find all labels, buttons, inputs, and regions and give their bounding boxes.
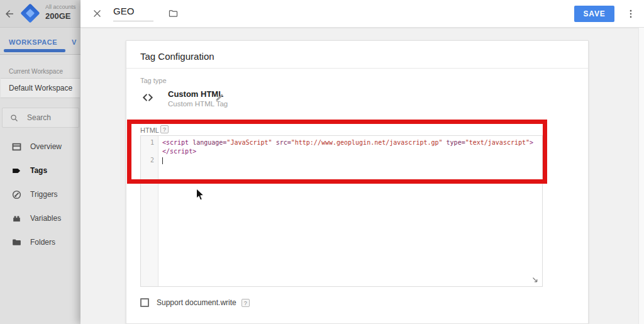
workspace-name: Default Workspace bbox=[9, 84, 72, 92]
sidebar-item-label: Variables bbox=[30, 214, 61, 223]
search-placeholder: Search bbox=[27, 113, 51, 122]
code-token: > bbox=[530, 139, 533, 146]
code-token: "http://www.geoplugin.net/javascript.gp" bbox=[291, 139, 447, 146]
code-line-1: <script language="JavaScript" src="http:… bbox=[162, 138, 542, 147]
background-sidebar: All accounts 200GE WORKSPACE V Current W… bbox=[0, 0, 80, 324]
current-workspace-label: Current Workspace bbox=[9, 68, 63, 75]
tag-type-label: Tag type bbox=[140, 77, 167, 84]
more-options-icon[interactable] bbox=[625, 8, 636, 20]
edit-pencil-icon[interactable] bbox=[214, 92, 225, 103]
gtm-tag-editor-screen: All accounts 200GE WORKSPACE V Current W… bbox=[0, 0, 644, 324]
support-help-icon[interactable]: ? bbox=[242, 299, 250, 307]
sidebar-item-label: Folders bbox=[30, 238, 55, 247]
resize-handle-icon[interactable] bbox=[531, 276, 540, 284]
overview-icon bbox=[11, 142, 22, 152]
gtm-logo-icon bbox=[20, 3, 40, 23]
line-number bbox=[141, 147, 158, 156]
sidebar-item-label: Tags bbox=[30, 166, 47, 175]
code-token: "text/javascript" bbox=[465, 139, 530, 146]
code-token: </script> bbox=[162, 148, 196, 155]
editor-topbar: GEO SAVE bbox=[80, 0, 644, 28]
active-tab-indicator bbox=[4, 49, 65, 52]
support-document-write-checkbox[interactable] bbox=[140, 298, 149, 307]
html-code-editor[interactable]: 1 2 <script language="JavaScript" src="h… bbox=[140, 135, 543, 287]
tag-name-input[interactable]: GEO bbox=[113, 6, 153, 21]
variables-icon bbox=[11, 213, 22, 224]
code-area[interactable]: <script language="JavaScript" src="http:… bbox=[158, 136, 542, 286]
code-token: "JavaScript" bbox=[226, 139, 275, 146]
tab-workspace[interactable]: WORKSPACE bbox=[9, 38, 57, 46]
line-number-gutter: 1 2 bbox=[141, 136, 158, 286]
save-button[interactable]: SAVE bbox=[574, 6, 614, 22]
trigger-icon bbox=[11, 189, 22, 200]
back-arrow-icon[interactable] bbox=[4, 8, 15, 20]
code-line-2 bbox=[162, 156, 542, 165]
move-to-folder-icon[interactable] bbox=[167, 8, 179, 19]
card-title: Tag Configuration bbox=[140, 51, 214, 62]
tag-editor-panel: GEO SAVE Tag Configuration Tag type Cust… bbox=[80, 0, 644, 324]
code-line-1-wrap: </script> bbox=[162, 147, 542, 156]
support-document-write-row: Support document.write ? bbox=[140, 298, 250, 308]
workspace-tabs: WORKSPACE V bbox=[0, 28, 80, 55]
code-token: language= bbox=[192, 139, 226, 146]
html-field-label: HTML bbox=[140, 126, 159, 134]
line-number: 2 bbox=[141, 156, 158, 165]
line-number: 1 bbox=[141, 138, 158, 147]
sidebar-item-label: Triggers bbox=[30, 190, 58, 199]
account-label: All accounts bbox=[45, 4, 80, 10]
workspace-selector[interactable]: Default Workspace bbox=[1, 78, 80, 98]
text-caret bbox=[162, 157, 163, 164]
sidebar-item-overview[interactable]: Overview bbox=[0, 137, 80, 156]
divider bbox=[126, 68, 588, 69]
scrollbar-track[interactable] bbox=[638, 28, 644, 324]
sidebar-item-variables[interactable]: Variables bbox=[0, 209, 80, 228]
close-icon[interactable] bbox=[92, 8, 103, 19]
code-token: type= bbox=[447, 139, 465, 146]
code-token: src= bbox=[276, 139, 291, 146]
code-token: <script bbox=[162, 139, 192, 146]
tag-icon bbox=[11, 165, 22, 176]
sidebar-item-triggers[interactable]: Triggers bbox=[0, 185, 80, 204]
folder-icon bbox=[11, 237, 22, 248]
app-header: All accounts 200GE bbox=[0, 0, 80, 28]
container-name: 200GE bbox=[45, 11, 80, 21]
account-switcher[interactable]: All accounts 200GE bbox=[45, 4, 80, 21]
sidebar-item-tags[interactable]: Tags bbox=[0, 161, 80, 180]
sidebar-item-label: Overview bbox=[30, 142, 62, 151]
html-help-icon[interactable]: ? bbox=[160, 125, 169, 133]
tag-configuration-card: Tag Configuration Tag type Custom HTML C… bbox=[126, 40, 589, 324]
tab-versions-truncated[interactable]: V bbox=[72, 38, 77, 46]
support-document-write-label: Support document.write bbox=[157, 298, 236, 307]
search-icon bbox=[9, 113, 19, 123]
search-input[interactable]: Search bbox=[2, 108, 79, 128]
custom-html-icon bbox=[140, 91, 155, 104]
sidebar-item-folders[interactable]: Folders bbox=[0, 233, 80, 252]
